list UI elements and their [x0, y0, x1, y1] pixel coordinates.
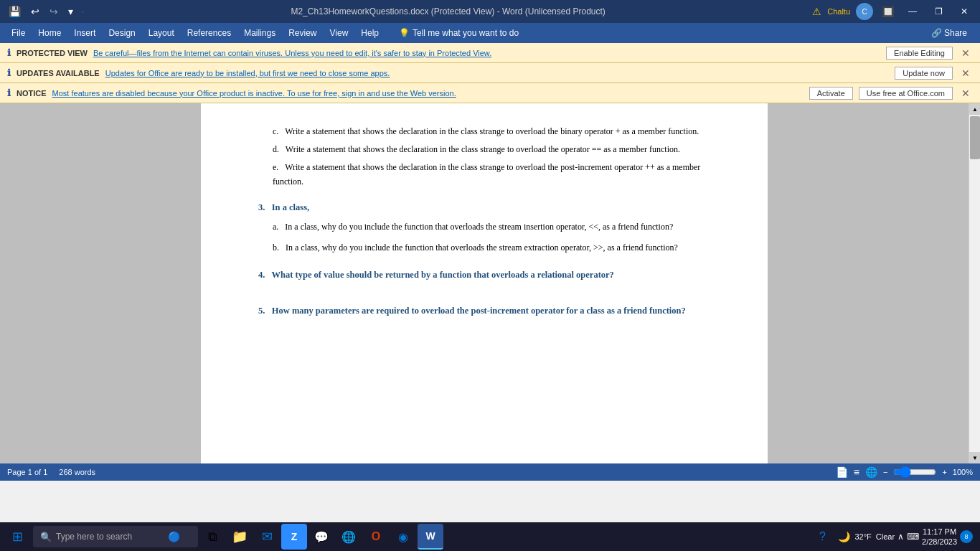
save-icon[interactable]: 💾 — [6, 4, 24, 19]
scroll-thumb[interactable] — [970, 116, 980, 159]
updates-text[interactable]: Updates for Office are ready to be insta… — [105, 69, 890, 77]
activate-button[interactable]: Activate — [809, 87, 853, 100]
keyboard-icon[interactable]: ⌨ — [907, 532, 919, 542]
warning-icon: ⚠ — [812, 6, 821, 17]
file-explorer-icon[interactable]: 📁 — [227, 524, 253, 550]
date-display: 2/28/2023 — [922, 537, 957, 547]
zoom-icon[interactable]: Z — [281, 524, 307, 550]
edge-icon[interactable]: ◉ — [390, 524, 416, 550]
notice-close-icon[interactable]: ✕ — [958, 88, 973, 99]
q3-a-label: a. — [273, 222, 283, 232]
redo-icon[interactable]: ↪ — [47, 4, 61, 19]
protected-text[interactable]: Be careful—files from the Internet can c… — [93, 49, 880, 57]
notice-label: NOTICE — [17, 89, 47, 98]
window-title: M2_Ch13HomeworkQuestions.docx (Protected… — [84, 6, 812, 17]
menu-home[interactable]: Home — [32, 25, 67, 41]
notification-badge[interactable]: 8 — [960, 530, 973, 543]
q3-a-text: In a class, why do you include the funct… — [285, 222, 673, 232]
item-d-text: Write a statement that shows the declara… — [286, 144, 680, 154]
item-e: e. Write a statement that shows the decl… — [273, 161, 710, 188]
updates-close-icon[interactable]: ✕ — [958, 67, 973, 79]
menu-design[interactable]: Design — [103, 25, 141, 41]
zoom-minus-button[interactable]: − — [883, 468, 887, 476]
use-free-office-button[interactable]: Use free at Office.com — [859, 87, 953, 100]
update-now-button[interactable]: Update now — [895, 67, 953, 80]
restore-button[interactable]: ❐ — [928, 1, 948, 22]
item-c: c. Write a statement that shows the decl… — [273, 125, 710, 138]
cortana-icon: 🔵 — [168, 531, 180, 542]
menu-view[interactable]: View — [324, 25, 354, 41]
scroll-up-button[interactable]: ▲ — [969, 103, 980, 115]
web-layout-icon[interactable]: 🌐 — [865, 466, 877, 478]
notice-bar: ℹ NOTICE Most features are disabled beca… — [0, 83, 980, 103]
updates-label: UPDATES AVAILABLE — [17, 69, 100, 77]
start-button[interactable]: ⊞ — [3, 522, 32, 551]
clock[interactable]: 11:17 PM 2/28/2023 — [922, 527, 957, 547]
word-icon[interactable]: W — [418, 524, 443, 550]
enable-editing-button[interactable]: Enable Editing — [886, 47, 953, 60]
q4-number: 4. — [258, 270, 265, 280]
tell-me-text: Tell me what you want to do — [413, 28, 519, 38]
menu-mailings[interactable]: Mailings — [238, 25, 281, 41]
q3-number: 3. — [258, 202, 265, 212]
item-d: d. Write a statement that shows the decl… — [273, 143, 710, 156]
q5-number: 5. — [258, 306, 265, 316]
minimize-button[interactable]: — — [903, 1, 923, 22]
question-4: 4. What type of value should be returned… — [258, 268, 710, 282]
q4-header: 4. What type of value should be returned… — [258, 268, 710, 282]
chrome-icon[interactable]: 🌐 — [336, 524, 362, 550]
protected-view-bar: ℹ PROTECTED VIEW Be careful—files from t… — [0, 43, 980, 63]
q3-header: 3. In a class, — [258, 200, 710, 215]
menu-review[interactable]: Review — [283, 25, 322, 41]
word-count: 268 words — [59, 468, 95, 476]
item-e-label: e. — [273, 162, 283, 172]
q3-item-b: b. In a class, why do you include the fu… — [273, 241, 710, 255]
vertical-scrollbar[interactable]: ▲ ▼ — [969, 103, 980, 463]
title-bar: 💾 ↩ ↪ ▾ · M2_Ch13HomeworkQuestions.docx … — [0, 0, 980, 23]
updates-info-icon: ℹ — [7, 67, 11, 78]
print-layout-icon[interactable]: ≡ — [854, 466, 859, 478]
menu-file[interactable]: File — [6, 25, 31, 41]
lightbulb-icon: 💡 — [399, 28, 410, 38]
menu-help[interactable]: Help — [355, 25, 385, 41]
notice-info-icon: ℹ — [7, 88, 11, 98]
zoom-plus-button[interactable]: + — [942, 468, 946, 476]
close-button[interactable]: ✕ — [954, 1, 974, 22]
menu-references[interactable]: References — [182, 25, 237, 41]
q5-header: 5. How many parameters are required to o… — [258, 303, 710, 318]
document-page: c. Write a statement that shows the decl… — [201, 103, 768, 463]
q5-text: How many parameters are required to over… — [272, 306, 686, 316]
notice-text[interactable]: Most features are disabled because your … — [52, 89, 804, 98]
user-avatar[interactable]: C — [856, 3, 873, 20]
zoom-slider[interactable] — [893, 466, 936, 478]
tell-me-bar[interactable]: 💡 Tell me what you want to do — [392, 25, 526, 41]
whatsapp-icon[interactable]: 💬 — [308, 524, 334, 550]
question-3: 3. In a class, a. In a class, why do you… — [258, 200, 710, 255]
menu-layout[interactable]: Layout — [143, 25, 180, 41]
read-mode-icon[interactable]: 📄 — [836, 466, 848, 478]
scroll-down-button[interactable]: ▼ — [969, 452, 980, 463]
weather-widget[interactable]: 🌙 32°F Clear — [838, 531, 895, 542]
customize-icon[interactable]: ▾ — [65, 4, 76, 19]
restore-down-icon[interactable]: 🔲 — [879, 4, 897, 19]
help-center-icon[interactable]: ? — [809, 524, 835, 550]
share-button[interactable]: 🔗 Share — [924, 25, 974, 41]
mail-icon[interactable]: ✉ — [254, 524, 280, 550]
task-view-button[interactable]: ⧉ — [199, 524, 225, 550]
document-area: c. Write a statement that shows the decl… — [0, 103, 980, 463]
item-e-text: Write a statement that shows the declara… — [273, 162, 700, 186]
chevron-up-icon[interactable]: ∧ — [897, 532, 904, 542]
windows-icon: ⊞ — [12, 529, 23, 545]
office-icon[interactable]: O — [363, 524, 389, 550]
protected-info-icon: ℹ — [7, 47, 11, 58]
search-input[interactable] — [56, 532, 164, 542]
protected-close-icon[interactable]: ✕ — [958, 47, 973, 59]
question-5: 5. How many parameters are required to o… — [258, 303, 710, 318]
undo-icon[interactable]: ↩ — [28, 4, 42, 19]
title-bar-right: ⚠ Chaltu C 🔲 — ❐ ✕ — [812, 1, 974, 22]
item-c-label: c. — [273, 126, 283, 136]
menu-insert[interactable]: Insert — [68, 25, 101, 41]
q3-header-text: In a class, — [272, 202, 309, 212]
taskbar-search[interactable]: 🔍 🔵 — [33, 526, 198, 547]
zoom-level: 100% — [953, 468, 973, 476]
